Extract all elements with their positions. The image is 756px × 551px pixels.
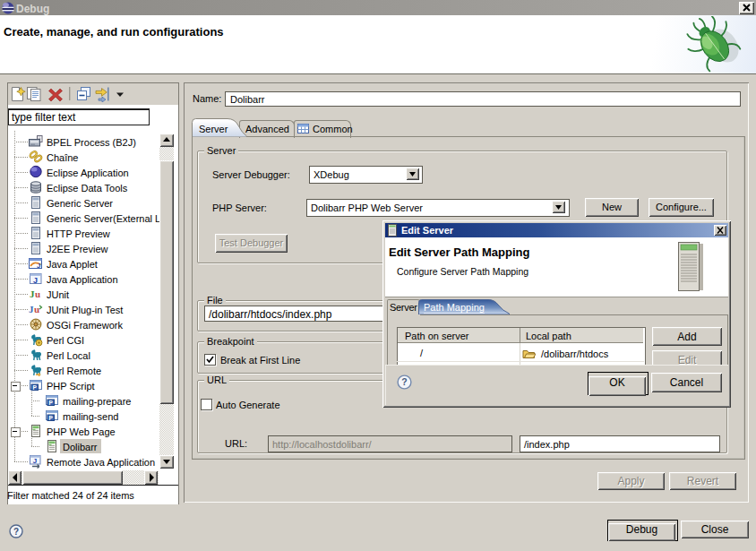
svg-text:P: P [33, 384, 38, 391]
svg-text:u: u [35, 288, 40, 299]
svg-text:P: P [49, 415, 54, 421]
svg-text:P: P [49, 400, 54, 406]
svg-text:u: u [34, 304, 39, 314]
svg-text:?: ? [13, 527, 19, 537]
svg-text:J: J [37, 262, 40, 270]
svg-text:J: J [33, 457, 37, 465]
svg-text:?: ? [401, 376, 407, 387]
svg-text:J: J [33, 276, 38, 285]
